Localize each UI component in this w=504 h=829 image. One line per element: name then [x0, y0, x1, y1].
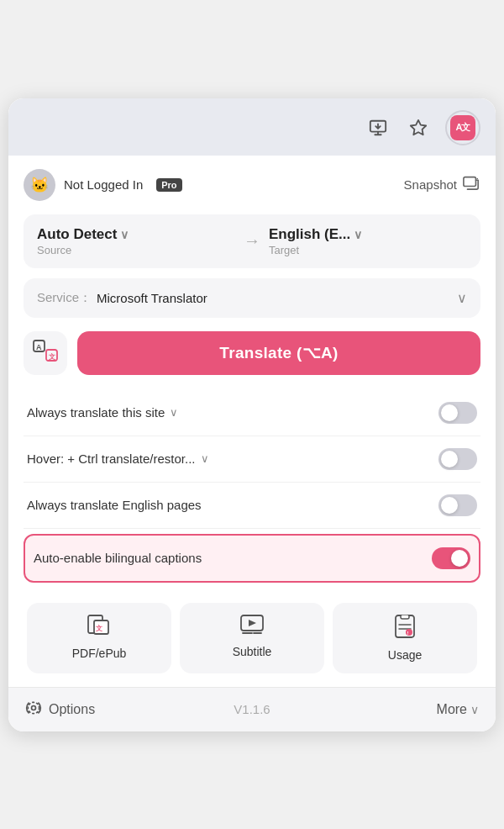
footer: Options V1.1.6 More ∨ [8, 687, 496, 731]
source-language-label: Source [37, 244, 235, 256]
service-label: Service： [37, 290, 92, 306]
toggle-bilingual-captions[interactable] [432, 547, 470, 569]
target-chevron-icon: ∨ [354, 228, 362, 241]
app-icon-button[interactable]: A文 [445, 110, 480, 145]
toggle-knob [451, 550, 468, 567]
arrow-right-icon: → [244, 231, 260, 251]
toggle-row-always-translate-site: Always translate this site ∨ [24, 390, 480, 436]
bottom-buttons-row: 文 PDF/ePub Subtitle [24, 591, 480, 687]
top-bar: A文 [8, 98, 496, 156]
popup-container: A文 🐱 Not Logged In Pro Snapshot [8, 98, 496, 731]
svg-rect-16 [401, 615, 409, 619]
toggle-row-bilingual-captions: Auto-enable bilingual captions [24, 534, 480, 583]
subtitle-label: Subtitle [233, 645, 272, 658]
toggle-always-translate-english[interactable] [438, 494, 477, 516]
more-chevron-icon: ∨ [470, 703, 479, 716]
usage-label: Usage [388, 648, 422, 662]
source-chevron-icon: ∨ [120, 228, 129, 241]
always-translate-chevron-icon: ∨ [170, 406, 178, 419]
target-language-label: Target [269, 244, 467, 256]
pro-badge: Pro [156, 178, 181, 192]
toggle-knob [441, 451, 458, 467]
toggle-section: Always translate this site ∨ Hover: + Ct… [24, 390, 480, 591]
avatar: 🐱 [24, 169, 55, 201]
toggle-knob [441, 404, 458, 421]
svg-marker-12 [249, 620, 256, 626]
source-language-name: Auto Detect [37, 226, 117, 243]
svg-text:A: A [36, 342, 42, 351]
usage-icon: ! [395, 615, 415, 643]
snapshot-button[interactable]: Snapshot [404, 174, 480, 195]
target-language-button[interactable]: English (E... ∨ Target [269, 226, 467, 256]
svg-point-22 [28, 702, 39, 713]
svg-text:文: 文 [49, 351, 55, 360]
svg-marker-1 [411, 119, 426, 134]
subtitle-button[interactable]: Subtitle [180, 603, 324, 673]
version-label: V1.1.6 [176, 702, 328, 716]
svg-text:文: 文 [96, 624, 102, 632]
service-selector[interactable]: Service： Microsoft Translator ∨ [24, 278, 480, 318]
options-button[interactable]: Options [25, 700, 176, 720]
toggle-row-hover-translate: Hover: + Ctrl translate/restor... ∨ [24, 436, 480, 483]
pdf-epub-button[interactable]: 文 PDF/ePub [27, 603, 171, 673]
toggle-row-always-translate-english: Always translate English pages [24, 483, 480, 529]
language-selector-row: Auto Detect ∨ Source → English (E... ∨ T… [24, 214, 480, 268]
snapshot-label: Snapshot [404, 177, 457, 192]
user-row: 🐱 Not Logged In Pro Snapshot [24, 169, 480, 201]
hover-translate-chevron-icon: ∨ [201, 452, 209, 465]
pdf-epub-icon: 文 [87, 615, 111, 642]
service-name: Microsoft Translator [97, 291, 457, 305]
options-label: Options [49, 702, 95, 717]
svg-rect-2 [464, 177, 476, 187]
toggle-label-always-translate-site: Always translate this site ∨ [27, 405, 438, 420]
more-button[interactable]: More ∨ [328, 702, 479, 717]
translate-mode-icon: A 文 [32, 337, 59, 369]
toggle-label-bilingual-captions: Auto-enable bilingual captions [34, 551, 432, 565]
translate-icon-box[interactable]: A 文 [24, 331, 67, 375]
star-icon[interactable] [405, 114, 432, 141]
source-language-button[interactable]: Auto Detect ∨ Source [37, 226, 235, 256]
download-icon[interactable] [365, 114, 391, 141]
toggle-always-translate-site[interactable] [438, 402, 477, 424]
svg-point-21 [32, 705, 36, 710]
toggle-hover-translate[interactable] [438, 448, 477, 470]
translate-button[interactable]: Translate (⌥A) [77, 331, 480, 375]
usage-button[interactable]: ! Usage [333, 603, 477, 673]
target-language-name: English (E... [269, 226, 350, 243]
translate-row: A 文 Translate (⌥A) [24, 331, 480, 375]
toggle-label-hover-translate: Hover: + Ctrl translate/restor... ∨ [27, 451, 438, 466]
content-area: 🐱 Not Logged In Pro Snapshot Auto Detect [8, 156, 496, 687]
svg-text:!: ! [407, 631, 409, 636]
options-icon [25, 700, 42, 720]
subtitle-icon [240, 615, 264, 640]
app-icon: A文 [450, 115, 475, 140]
snapshot-icon [462, 174, 480, 195]
user-name: Not Logged In [64, 177, 143, 192]
pdf-epub-label: PDF/ePub [72, 647, 127, 660]
toggle-knob [441, 497, 458, 514]
toggle-label-always-translate-english: Always translate English pages [27, 498, 438, 512]
more-label: More [437, 702, 467, 717]
service-chevron-icon: ∨ [457, 290, 467, 306]
